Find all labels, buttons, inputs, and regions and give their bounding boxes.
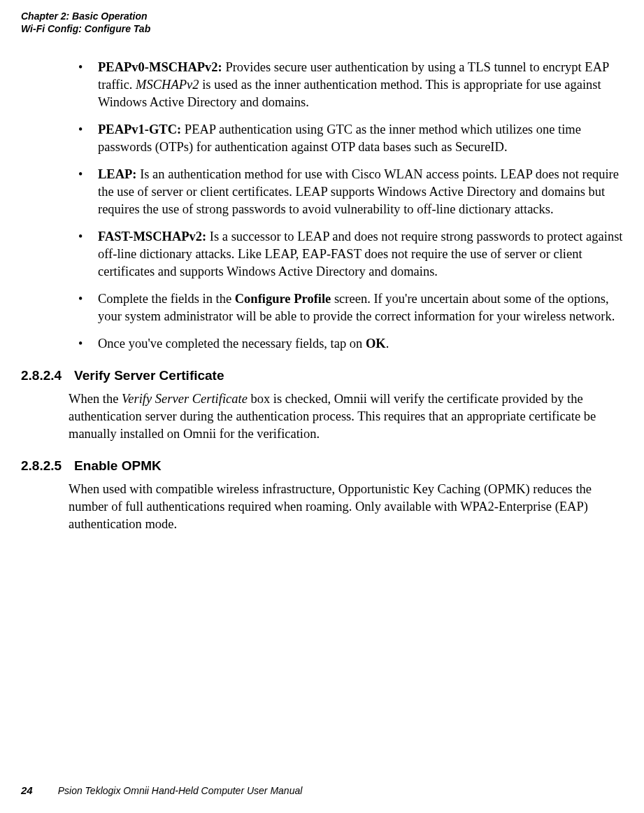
- body-text: When the: [69, 392, 122, 406]
- section-title: Verify Server Certificate: [74, 368, 224, 383]
- section-heading-verify: 2.8.2.4 Verify Server Certificate: [0, 368, 623, 383]
- bullet-bold: Configure Profile: [235, 292, 331, 306]
- bullet-text: Is an authentication method for use with…: [98, 167, 619, 216]
- header-section: Wi-Fi Config: Configure Tab: [21, 22, 644, 35]
- page-content: PEAPv0-MSCHAPv2: Provides secure user au…: [0, 35, 644, 532]
- footer-title: Psion Teklogix Omnii Hand-Held Computer …: [58, 785, 303, 796]
- bullet-bold: OK: [366, 337, 386, 351]
- bullet-text: Once you've completed the necessary fiel…: [98, 337, 366, 351]
- bullet-text: Complete the fields in the: [98, 292, 235, 306]
- bullet-item: Complete the fields in the Configure Pro…: [98, 290, 623, 325]
- bullet-item: LEAP: Is an authentication method for us…: [98, 166, 623, 218]
- bullet-label: LEAP:: [98, 167, 137, 181]
- bullet-item: FAST-MSCHAPv2: Is a successor to LEAP an…: [98, 228, 623, 281]
- page-header: Chapter 2: Basic Operation Wi-Fi Config:…: [0, 0, 644, 35]
- bullet-label: PEAPv0-MSCHAPv2:: [98, 60, 222, 74]
- bullet-label: PEAPv1-GTC:: [98, 122, 181, 136]
- bullet-label: FAST-MSCHAPv2:: [98, 229, 206, 243]
- page-footer: 24 Psion Teklogix Omnii Hand-Held Comput…: [21, 784, 302, 796]
- bullet-item: Once you've completed the necessary fiel…: [98, 335, 623, 353]
- bullet-italic: MSCHAPv2: [136, 78, 199, 92]
- bullet-text: .: [386, 337, 389, 351]
- section-number: 2.8.2.5: [21, 458, 62, 474]
- bullet-list: PEAPv0-MSCHAPv2: Provides secure user au…: [69, 59, 623, 353]
- section-body-opmk: When used with compatible wireless infra…: [69, 481, 623, 533]
- body-italic: Verify Server Certificate: [122, 392, 248, 406]
- section-number: 2.8.2.4: [21, 368, 62, 383]
- section-heading-opmk: 2.8.2.5 Enable OPMK: [0, 458, 623, 474]
- section-body-verify: When the Verify Server Certificate box i…: [69, 390, 623, 443]
- header-chapter: Chapter 2: Basic Operation: [21, 10, 644, 22]
- bullet-item: PEAPv0-MSCHAPv2: Provides secure user au…: [98, 59, 623, 111]
- page-number: 24: [21, 784, 33, 796]
- section-title: Enable OPMK: [74, 458, 162, 474]
- bullet-item: PEAPv1-GTC: PEAP authentication using GT…: [98, 121, 623, 156]
